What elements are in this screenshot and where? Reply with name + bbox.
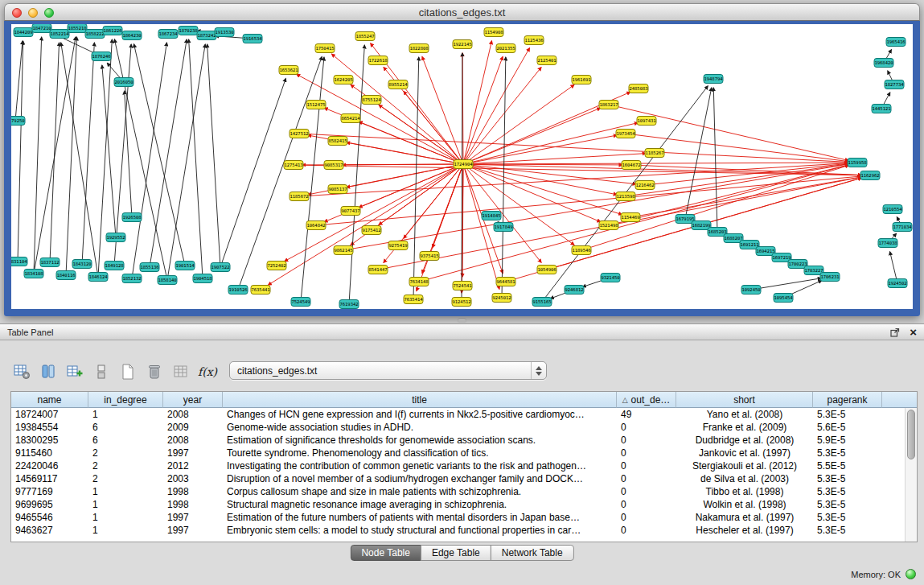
graph-node[interactable]: 1834108 <box>24 270 43 278</box>
graph-node[interactable]: 1837112 <box>40 258 60 267</box>
graph-node[interactable]: 1968420 <box>874 59 893 68</box>
table-row[interactable]: 946362711997Embryonic stem cells: a mode… <box>11 524 905 537</box>
graph-node[interactable]: 2485083 <box>629 84 648 93</box>
graph-node[interactable]: 7619342 <box>339 300 359 309</box>
column-header-title[interactable]: title <box>223 392 617 408</box>
graph-node[interactable]: 1722618 <box>368 56 388 65</box>
column-header-name[interactable]: name <box>11 392 88 408</box>
graph-node[interactable]: 9175412 <box>362 226 381 235</box>
graph-node[interactable]: 1159958 <box>848 159 867 167</box>
graph-node[interactable]: 1213598 <box>616 192 635 201</box>
graph-node[interactable]: 1867234 <box>158 30 178 39</box>
graph-node[interactable]: 1427512 <box>290 130 309 138</box>
graph-node[interactable]: 1840116 <box>56 271 76 280</box>
function-builder-icon[interactable]: f(x) <box>199 363 216 381</box>
table-row[interactable]: 969969511998Structural magnetic resonanc… <box>11 498 905 511</box>
graph-node[interactable]: 9245012 <box>492 294 511 303</box>
graph-node[interactable]: 1844209 <box>14 28 33 37</box>
graph-node[interactable]: 1849128 <box>105 262 124 270</box>
graph-node[interactable]: 7635441 <box>251 286 270 295</box>
graph-node[interactable]: 1879250 <box>11 117 25 126</box>
tab-network-table[interactable]: Network Table <box>491 545 574 561</box>
graph-node[interactable]: 1822808 <box>409 44 429 53</box>
graph-node[interactable]: 1858222 <box>85 30 105 39</box>
graph-node[interactable]: 1774038 <box>878 239 897 248</box>
graph-node[interactable]: 9155165 <box>532 298 552 307</box>
graph-node[interactable]: 1771034 <box>893 223 912 232</box>
graph-node[interactable]: 1861226 <box>103 27 122 35</box>
delete-icon[interactable] <box>146 363 163 381</box>
table-row[interactable]: 1456911722003Disruption of a novel membe… <box>11 472 905 485</box>
graph-node[interactable]: 1864230 <box>122 31 142 40</box>
panel-divider-grip[interactable] <box>458 318 466 323</box>
graph-node[interactable]: 1095454 <box>774 294 793 303</box>
graph-node[interactable]: 1917849 <box>494 223 513 232</box>
column-header-short[interactable]: short <box>676 392 813 408</box>
graph-node[interactable]: 8755124 <box>362 96 381 105</box>
table-scrollbar-thumb[interactable] <box>907 410 915 459</box>
graph-node[interactable]: 1097431 <box>637 117 656 126</box>
graph-node[interactable]: 1929552 <box>106 233 125 242</box>
graph-node[interactable]: 9375415 <box>420 252 439 261</box>
graph-node[interactable]: 1948794 <box>704 75 723 84</box>
graph-node[interactable]: 9275419 <box>388 241 408 250</box>
graph-node[interactable]: 1910526 <box>228 286 248 295</box>
graph-node[interactable]: 1210554 <box>883 205 902 214</box>
graph-node[interactable]: 1855247 <box>355 32 375 41</box>
minimize-window-button[interactable] <box>28 8 38 18</box>
graph-node[interactable]: 2016050 <box>114 78 133 87</box>
graph-node[interactable]: 1624205 <box>334 76 353 84</box>
new-document-icon[interactable] <box>119 363 137 381</box>
graph-node[interactable]: 1973454 <box>616 130 635 138</box>
table-row[interactable]: 946554611997Estimation of the future num… <box>11 511 905 524</box>
graph-node[interactable]: 1185672 <box>290 192 309 201</box>
graph-node[interactable]: 1064842 <box>306 221 326 230</box>
table-row[interactable]: 1830029562008Estimation of significance … <box>11 434 905 447</box>
graph-node[interactable]: 1831104 <box>11 257 27 266</box>
graph-node[interactable]: 1907522 <box>211 263 230 272</box>
graph-node[interactable]: 1846124 <box>88 273 108 282</box>
graph-node[interactable]: 1855136 <box>140 263 159 272</box>
show-columns-icon[interactable] <box>39 363 57 381</box>
graph-node[interactable]: 9077437 <box>341 207 360 216</box>
graph-node[interactable]: 7635414 <box>404 295 423 304</box>
table-row[interactable]: 1872400712008Changes of HCN gene express… <box>11 408 905 421</box>
graph-node[interactable]: 8582415 <box>328 137 347 146</box>
add-column-icon[interactable] <box>66 363 84 381</box>
graph-node[interactable]: 1926508 <box>122 213 142 222</box>
graph-node[interactable]: 8955214 <box>388 80 408 89</box>
graph-node[interactable]: 1922145 <box>453 40 472 49</box>
graph-node[interactable]: 7634148 <box>409 278 429 286</box>
graph-node[interactable]: 1852132 <box>122 274 142 283</box>
graph-node[interactable]: 1901514 <box>175 262 195 270</box>
network-canvas[interactable]: 1724904160467212135981521498118954610549… <box>11 24 913 309</box>
graph-node[interactable]: 2125401 <box>537 56 556 65</box>
graph-node[interactable]: 1863217 <box>599 101 618 109</box>
graph-node[interactable]: 1827734 <box>885 80 904 89</box>
graph-node[interactable]: 1855218 <box>68 24 87 33</box>
graph-node[interactable]: 1876246 <box>92 52 111 61</box>
graph-node[interactable]: 8541447 <box>368 266 388 274</box>
graph-node[interactable]: 7524541 <box>453 282 472 290</box>
graph-node[interactable]: 9321450 <box>601 274 620 282</box>
graph-node[interactable]: 1125436 <box>524 36 544 45</box>
table-selector-combobox[interactable]: citations_edges.txt <box>229 361 547 380</box>
graph-node[interactable]: 8654214 <box>341 114 360 123</box>
column-header-year[interactable]: year <box>163 392 223 408</box>
graph-node[interactable]: 9085317 <box>324 161 343 170</box>
graph-node[interactable]: 7524549 <box>291 298 310 307</box>
graph-node[interactable]: 1904518 <box>193 274 212 283</box>
graph-node[interactable]: 1858140 <box>158 276 177 285</box>
graph-node[interactable]: 1916534 <box>243 35 262 43</box>
tab-node-table[interactable]: Node Table <box>350 545 421 561</box>
graph-node[interactable]: 1154469 <box>621 213 640 222</box>
graph-node[interactable]: 9862145 <box>334 246 353 255</box>
graph-node[interactable]: 1189546 <box>572 246 591 255</box>
graph-node[interactable]: 1092450 <box>741 286 761 295</box>
graph-node[interactable]: 9124512 <box>452 298 471 307</box>
table-settings-icon[interactable] <box>13 363 31 381</box>
table-row[interactable]: 1938455462009Genome-wide association stu… <box>11 421 905 434</box>
tab-edge-table[interactable]: Edge Table <box>421 545 491 561</box>
graph-node[interactable]: 1653621 <box>279 66 298 75</box>
graph-node[interactable]: 1521498 <box>599 221 618 230</box>
